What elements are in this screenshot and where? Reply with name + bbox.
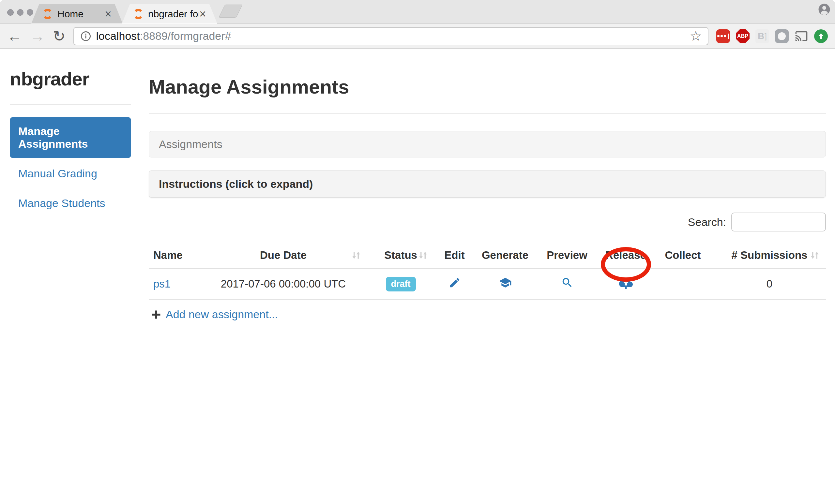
adblock-plus-extension-icon[interactable]: ABP	[736, 29, 750, 43]
tab-title: Home	[57, 8, 105, 20]
window-close-button[interactable]	[7, 9, 14, 16]
lastpass-extension-icon[interactable]	[716, 29, 730, 43]
search-input[interactable]	[731, 213, 826, 231]
url-host: localhost	[96, 30, 140, 42]
screenshot-extension-icon[interactable]	[775, 29, 789, 43]
column-header-submissions[interactable]: # Submissions	[713, 244, 826, 268]
sort-icon	[351, 250, 361, 260]
address-bar[interactable]: localhost:8889/formgrader# ☆	[74, 27, 709, 45]
sidebar-divider	[10, 104, 131, 105]
nbgrader-brand: nbgrader	[10, 68, 131, 90]
page-info-icon[interactable]	[80, 30, 91, 42]
sidebar-item-manual-grading[interactable]: Manual Grading	[10, 160, 131, 188]
window-zoom-button[interactable]	[27, 9, 33, 16]
window-minimize-button[interactable]	[17, 9, 23, 16]
edit-icon[interactable]	[448, 276, 461, 289]
assignment-row-ps1: ps1 2017-07-06 00:00:00 UTC draft	[149, 268, 826, 300]
column-header-release: Release	[599, 244, 653, 268]
forward-icon: →	[30, 29, 45, 44]
title-divider	[149, 113, 826, 114]
sort-icon	[810, 250, 820, 260]
preview-icon[interactable]	[561, 276, 573, 289]
column-header-edit: Edit	[434, 244, 475, 268]
reload-icon[interactable]: ↻	[53, 29, 65, 44]
new-tab-button[interactable]	[219, 4, 243, 18]
assignments-table: Name	[149, 244, 826, 300]
browser-toolbar: ← → ↻ localhost:8889/formgrader# ☆ ABP B…	[0, 24, 835, 48]
jupyter-favicon	[42, 9, 53, 19]
column-header-name[interactable]: Name	[149, 244, 199, 268]
collect-cell	[653, 268, 713, 300]
add-assignment-row: Add new assignment...	[149, 308, 826, 321]
assignments-panel-header: Assignments	[149, 131, 826, 158]
extension-icons: ABP B]	[716, 29, 828, 43]
page-title: Manage Assignments	[149, 76, 826, 98]
column-header-preview: Preview	[535, 244, 599, 268]
chromecast-icon[interactable]	[795, 29, 808, 43]
assignment-name-link[interactable]: ps1	[153, 278, 170, 290]
browser-tab-bar: Home × nbgrader formgrade ×	[0, 0, 835, 23]
column-header-collect: Collect	[653, 244, 713, 268]
column-header-generate: Generate	[475, 244, 535, 268]
tab-close-icon[interactable]: ×	[105, 8, 111, 20]
due-date-cell: 2017-07-06 00:00:00 UTC	[199, 268, 367, 300]
blob-icon	[778, 32, 786, 40]
plus-icon	[151, 310, 161, 319]
add-new-assignment-link[interactable]: Add new assignment...	[166, 308, 278, 321]
search-row: Search:	[149, 213, 826, 231]
browser-window: Home × nbgrader formgrade × ← → ↻	[0, 0, 835, 504]
sidebar: nbgrader Manage Assignments Manual Gradi…	[10, 68, 131, 219]
url-path: :8889/formgrader#	[140, 30, 231, 42]
bookmark-star-icon[interactable]: ☆	[690, 29, 702, 43]
search-label: Search:	[688, 216, 726, 229]
table-header-row: Name	[149, 244, 826, 268]
status-badge: draft	[386, 277, 416, 291]
tab-nbgrader-formgrade[interactable]: nbgrader formgrade ×	[122, 4, 217, 23]
submissions-count: 0	[713, 268, 826, 300]
column-header-status[interactable]: Status	[367, 244, 434, 268]
sort-icon	[418, 250, 428, 260]
tab-close-icon[interactable]: ×	[199, 8, 206, 20]
formgrader-page: nbgrader Manage Assignments Manual Gradi…	[0, 49, 835, 504]
sidebar-item-manage-students[interactable]: Manage Students	[10, 189, 131, 217]
main-content: Manage Assignments Assignments Instructi…	[149, 49, 826, 321]
back-icon[interactable]: ←	[7, 29, 22, 44]
generate-icon[interactable]	[499, 276, 512, 289]
sidebar-item-manage-assignments[interactable]: Manage Assignments	[10, 117, 131, 158]
column-header-due-date[interactable]: Due Date	[199, 244, 367, 268]
tab-title: nbgrader formgrade	[148, 8, 199, 20]
jupyter-favicon	[133, 9, 144, 19]
updater-extension-icon[interactable]	[814, 29, 828, 43]
browser-profile-icon[interactable]	[817, 3, 831, 18]
b-extension-icon[interactable]: B]	[755, 29, 769, 43]
tab-home[interactable]: Home ×	[31, 4, 123, 23]
instructions-expander[interactable]: Instructions (click to expand)	[149, 170, 826, 197]
release-icon[interactable]	[619, 276, 633, 290]
window-controls	[7, 9, 33, 16]
